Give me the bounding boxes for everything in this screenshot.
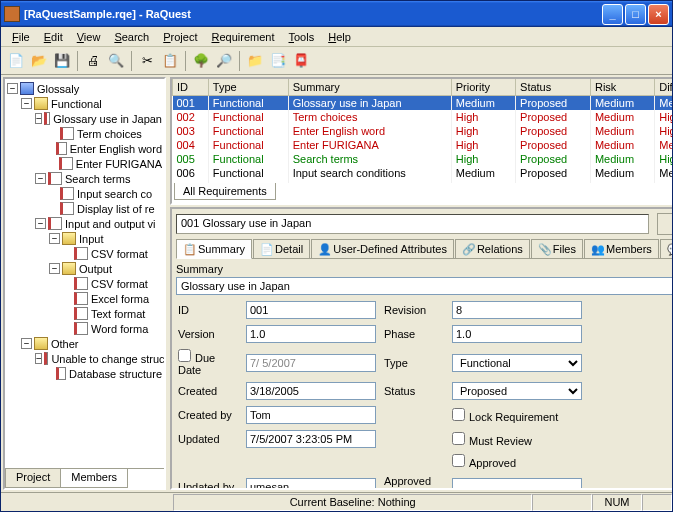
- tree-item[interactable]: Enter FURIGANA: [7, 156, 162, 171]
- version-field[interactable]: [246, 325, 376, 343]
- revision-field[interactable]: [452, 301, 582, 319]
- tab-summary[interactable]: 📋Summary: [176, 239, 252, 259]
- col-status[interactable]: Status: [516, 79, 591, 96]
- status-select[interactable]: Proposed: [452, 382, 582, 400]
- menu-file[interactable]: File: [5, 29, 37, 44]
- menu-view[interactable]: View: [70, 29, 108, 44]
- open-icon[interactable]: 📂: [28, 50, 50, 72]
- tree-item[interactable]: Word forma: [7, 321, 162, 336]
- table-row[interactable]: 007FunctionalDisplay list of resultsHigh…: [173, 180, 674, 183]
- approved-check[interactable]: [452, 454, 465, 467]
- col-priority[interactable]: Priority: [451, 79, 515, 96]
- menu-requirement[interactable]: Requirement: [205, 29, 282, 44]
- detail-tabs: 📋Summary 📄Detail 👤User-Defined Attribute…: [176, 239, 673, 259]
- tab-files[interactable]: 📎Files: [531, 239, 583, 258]
- save-icon[interactable]: 💾: [51, 50, 73, 72]
- requirements-grid: IDTypeSummaryPriorityStatusRiskDifficult…: [170, 77, 673, 205]
- table-row[interactable]: 002FunctionalTerm choicesHighProposedMed…: [173, 110, 674, 124]
- tree-root[interactable]: −Glossaly: [7, 81, 162, 96]
- requirements-tree[interactable]: −Glossaly−Functional−Glossary use in Jap…: [5, 79, 164, 468]
- updated-field[interactable]: [246, 430, 376, 448]
- grid-body[interactable]: IDTypeSummaryPriorityStatusRiskDifficult…: [172, 79, 673, 183]
- tree-item[interactable]: CSV format: [7, 246, 162, 261]
- tree-item[interactable]: −Input: [7, 231, 162, 246]
- updatedby-field[interactable]: [246, 478, 376, 490]
- tree-panel: −Glossaly−Functional−Glossary use in Jap…: [3, 77, 166, 490]
- tab-all-requirements[interactable]: All Requirements: [174, 183, 276, 200]
- created-label: Created: [178, 385, 238, 397]
- tree-item[interactable]: Enter English word: [7, 141, 162, 156]
- tab-members[interactable]: Members: [60, 469, 128, 488]
- tree-other[interactable]: −Other: [7, 336, 162, 351]
- table-row[interactable]: 004FunctionalEnter FURIGANAHighProposedM…: [173, 138, 674, 152]
- relations-icon: 🔗: [462, 243, 474, 255]
- table-row[interactable]: 006FunctionalInput search conditionsMedi…: [173, 166, 674, 180]
- tree-item[interactable]: −Glossary use in Japan: [7, 111, 162, 126]
- table-row[interactable]: 001FunctionalGlossary use in JapanMedium…: [173, 96, 674, 111]
- minimize-button[interactable]: _: [602, 4, 623, 25]
- tab-detail[interactable]: 📄Detail: [253, 239, 310, 258]
- tab-comments[interactable]: 💬Comments: [660, 239, 673, 258]
- print-icon[interactable]: 🖨: [82, 50, 104, 72]
- summary-input[interactable]: [176, 277, 673, 295]
- tab-project[interactable]: Project: [5, 469, 61, 488]
- revision-label: Revision: [384, 304, 444, 316]
- lock-label: Lock Requirement: [452, 408, 582, 423]
- cut-icon[interactable]: ✂: [136, 50, 158, 72]
- tree-item[interactable]: CSV format: [7, 276, 162, 291]
- col-summary[interactable]: Summary: [288, 79, 451, 96]
- menu-project[interactable]: Project: [156, 29, 204, 44]
- col-risk[interactable]: Risk: [590, 79, 654, 96]
- col-difficulty[interactable]: Difficulty: [655, 79, 673, 96]
- something-icon[interactable]: 📮: [290, 50, 312, 72]
- col-id[interactable]: ID: [173, 79, 209, 96]
- copy-icon[interactable]: 📋: [159, 50, 181, 72]
- table-row[interactable]: 003FunctionalEnter English wordHighPropo…: [173, 124, 674, 138]
- col-type[interactable]: Type: [208, 79, 288, 96]
- tree-item[interactable]: Text format: [7, 306, 162, 321]
- tree-item[interactable]: −Output: [7, 261, 162, 276]
- tree-functional[interactable]: −Functional: [7, 96, 162, 111]
- new-icon[interactable]: 📄: [5, 50, 27, 72]
- table-row[interactable]: 005FunctionalSearch termsHighProposedMed…: [173, 152, 674, 166]
- createdby-field[interactable]: [246, 406, 376, 424]
- titlebar: [RaQuestSample.rqe] - RaQuest _ □ ×: [1, 1, 672, 27]
- maximize-button[interactable]: □: [625, 4, 646, 25]
- lock-check[interactable]: [452, 408, 465, 421]
- tree-item[interactable]: −Unable to change struct: [7, 351, 162, 366]
- type-select[interactable]: Functional: [452, 354, 582, 372]
- menu-edit[interactable]: Edit: [37, 29, 70, 44]
- tree-view-icon[interactable]: 🌳: [190, 50, 212, 72]
- menu-search[interactable]: Search: [107, 29, 156, 44]
- tab-members[interactable]: 👥Members: [584, 239, 659, 258]
- duedate-field[interactable]: [246, 354, 376, 372]
- preview-icon[interactable]: 🔍: [105, 50, 127, 72]
- tree-item[interactable]: Input search co: [7, 186, 162, 201]
- type-label: Type: [384, 357, 444, 369]
- tree-item[interactable]: Excel forma: [7, 291, 162, 306]
- new-folder-icon[interactable]: 📁: [244, 50, 266, 72]
- new-req-icon[interactable]: 📑: [267, 50, 289, 72]
- tab-uda[interactable]: 👤User-Defined Attributes: [311, 239, 454, 258]
- close-button[interactable]: ×: [648, 4, 669, 25]
- update-button[interactable]: Update: [657, 213, 673, 235]
- detail-panel: 001 Glossary use in Japan Update New 📋Su…: [170, 207, 673, 490]
- tree-item[interactable]: Database structure: [7, 366, 162, 381]
- duedate-check[interactable]: [178, 349, 191, 362]
- tree-item[interactable]: Term choices: [7, 126, 162, 141]
- tree-item[interactable]: Display list of re: [7, 201, 162, 216]
- phase-field[interactable]: [452, 325, 582, 343]
- tab-relations[interactable]: 🔗Relations: [455, 239, 530, 258]
- tree-item[interactable]: −Input and output vi: [7, 216, 162, 231]
- find-icon[interactable]: 🔎: [213, 50, 235, 72]
- tree-item[interactable]: −Search terms: [7, 171, 162, 186]
- id-label: ID: [178, 304, 238, 316]
- mustreview-check[interactable]: [452, 432, 465, 445]
- created-field[interactable]: [246, 382, 376, 400]
- menu-tools[interactable]: Tools: [282, 29, 322, 44]
- phase-label: Phase: [384, 328, 444, 340]
- id-field[interactable]: [246, 301, 376, 319]
- approvedby-field[interactable]: [452, 478, 582, 490]
- duedate-label: Due Date: [178, 349, 238, 376]
- menu-help[interactable]: Help: [321, 29, 358, 44]
